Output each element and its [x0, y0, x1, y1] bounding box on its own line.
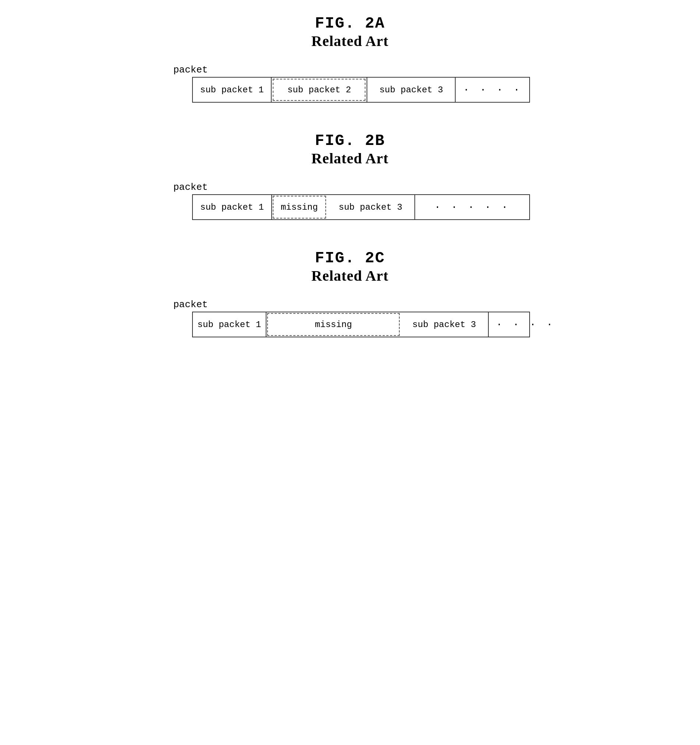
fig-2b-packet-label: packet — [173, 182, 208, 193]
fig-2b-subtitle: Related Art — [311, 150, 389, 167]
fig-2c-cell-missing: missing — [267, 313, 400, 336]
fig-2b-cell-sp3: sub packet 3 — [327, 195, 415, 219]
fig-2b-cell-missing: missing — [273, 196, 326, 218]
fig-2b-cell-sp1: sub packet 1 — [193, 195, 272, 219]
page-container: FIG. 2A Related Art packet sub packet 1 … — [129, 0, 571, 381]
figure-2b-section: FIG. 2B Related Art packet sub packet 1 … — [151, 132, 549, 220]
fig-2a-packet-label: packet — [173, 64, 208, 75]
fig-2c-cell-sp1: sub packet 1 — [193, 312, 267, 337]
fig-2c-packet-label: packet — [173, 299, 208, 310]
fig-2b-dots: · · · · · — [415, 195, 529, 219]
fig-2a-id: FIG. 2A — [311, 15, 389, 32]
fig-2a-cell-sp1: sub packet 1 — [193, 78, 271, 102]
fig-2a-subtitle: Related Art — [311, 32, 389, 50]
fig-2c-packet-container: sub packet 1 missing sub packet 3 · · · … — [192, 312, 530, 337]
figure-2b-title: FIG. 2B Related Art — [311, 132, 389, 167]
fig-2b-id: FIG. 2B — [311, 132, 389, 150]
fig-2a-cell-sp2: sub packet 2 — [271, 78, 367, 102]
figure-2a-title: FIG. 2A Related Art — [311, 15, 389, 50]
figure-2a-section: FIG. 2A Related Art packet sub packet 1 … — [151, 15, 549, 103]
fig-2c-dots: · · · · — [489, 312, 562, 337]
figure-2c-title: FIG. 2C Related Art — [311, 250, 389, 284]
fig-2a-cell-sp3: sub packet 3 — [367, 78, 456, 102]
fig-2b-packet-container: sub packet 1 missing sub packet 3 · · · … — [192, 194, 530, 220]
fig-2c-id: FIG. 2C — [311, 250, 389, 267]
fig-2a-packet-container: sub packet 1 sub packet 2 sub packet 3 ·… — [192, 77, 530, 103]
fig-2c-subtitle: Related Art — [311, 267, 389, 284]
fig-2a-dots: · · · · — [456, 78, 529, 102]
fig-2c-cell-sp3: sub packet 3 — [400, 312, 489, 337]
figure-2c-section: FIG. 2C Related Art packet sub packet 1 … — [151, 250, 549, 337]
